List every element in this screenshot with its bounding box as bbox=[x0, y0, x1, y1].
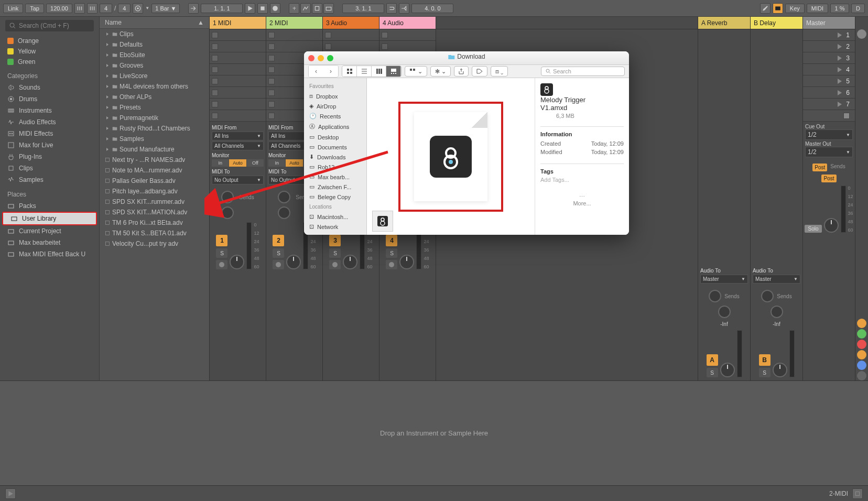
tag-yellow[interactable]: Yellow bbox=[0, 46, 99, 57]
thumbnail[interactable] bbox=[372, 211, 393, 232]
clip-slot[interactable] bbox=[210, 29, 266, 41]
reenable-automation-icon[interactable] bbox=[312, 3, 322, 14]
scene-slot[interactable]: 3 bbox=[803, 52, 855, 64]
audio-to-menu[interactable]: Master▼ bbox=[700, 275, 748, 284]
clip-slot[interactable] bbox=[266, 41, 322, 52]
punch-in-icon[interactable] bbox=[399, 3, 409, 14]
back-button[interactable]: ‹ bbox=[309, 66, 323, 77]
track-header[interactable]: 3 Audio bbox=[323, 17, 379, 29]
column-view-icon[interactable] bbox=[372, 66, 386, 77]
finder-sidebar-item[interactable]: ⒶApplications bbox=[304, 121, 366, 132]
scene-slot[interactable]: 4 bbox=[803, 64, 855, 75]
folder-item[interactable]: Clips bbox=[100, 29, 209, 39]
clip-slot[interactable] bbox=[210, 41, 266, 52]
track-activator-button[interactable]: 2 bbox=[273, 235, 284, 246]
pan-knob[interactable] bbox=[824, 218, 839, 233]
file-item[interactable]: SPD SX KIT...MATION.adv bbox=[100, 207, 209, 217]
folder-item[interactable]: Grooves bbox=[100, 60, 209, 71]
post-button[interactable]: Post bbox=[821, 175, 836, 182]
category-midi-effects[interactable]: MIDI Effects bbox=[0, 128, 99, 139]
record-icon[interactable] bbox=[270, 3, 280, 14]
category-sounds[interactable]: Sounds bbox=[0, 82, 99, 93]
finder-sidebar-item[interactable]: ▭Max bearb... bbox=[304, 172, 366, 182]
track-activator-button[interactable]: 1 bbox=[216, 235, 227, 246]
tags-button[interactable] bbox=[472, 66, 487, 77]
finder-sidebar-item[interactable]: ⊡Network bbox=[304, 222, 366, 232]
more-button[interactable]: ⋯ More... bbox=[540, 193, 624, 206]
pan-knob[interactable] bbox=[399, 255, 414, 269]
clip-slot[interactable] bbox=[323, 29, 379, 41]
zoom-icon[interactable] bbox=[327, 55, 333, 61]
finder-sidebar-item[interactable]: ⧈Dropbox bbox=[304, 91, 366, 101]
monitor-auto-button[interactable]: Auto bbox=[286, 159, 302, 167]
dropbox-menu[interactable]: ⧈ ⌄ bbox=[491, 66, 508, 77]
category-drums[interactable]: Drums bbox=[0, 93, 99, 105]
arm-button[interactable] bbox=[216, 260, 227, 269]
place-packs[interactable]: Packs bbox=[0, 200, 99, 212]
name-column-header[interactable]: Name▲ bbox=[100, 17, 209, 29]
clip-slot[interactable] bbox=[266, 29, 322, 41]
tempo-field[interactable]: 120.00 bbox=[46, 4, 72, 13]
metronome-icon[interactable] bbox=[133, 3, 143, 14]
draw-mode-icon[interactable] bbox=[760, 3, 771, 14]
strip-btn-r[interactable] bbox=[857, 340, 866, 349]
pan-knob[interactable] bbox=[720, 363, 735, 377]
monitor-auto-button[interactable]: Auto bbox=[229, 159, 246, 167]
scene-slot[interactable]: 2 bbox=[803, 41, 855, 52]
solo-button[interactable]: S bbox=[759, 368, 771, 377]
strip-btn-x[interactable] bbox=[857, 371, 866, 380]
folder-item[interactable]: Sound Manufacture bbox=[100, 144, 209, 155]
finder-window[interactable]: Download ‹ › ⌄ ✻ ⌄ ⧈ ⌄ Search Favourites… bbox=[304, 51, 629, 235]
status-play-icon[interactable] bbox=[5, 488, 16, 499]
category-plug-ins[interactable]: Plug-Ins bbox=[0, 151, 99, 162]
file-item[interactable]: TM 50 Kit S...BETA 01.adv bbox=[100, 228, 209, 238]
send-a-knob[interactable] bbox=[709, 290, 721, 302]
finder-sidebar-item[interactable]: ▭Desktop bbox=[304, 132, 366, 142]
master-out-menu[interactable]: 1/2▼ bbox=[805, 147, 853, 157]
scene-slot[interactable]: 7 bbox=[803, 99, 855, 110]
send-b-knob[interactable] bbox=[718, 306, 731, 318]
pan-knob[interactable] bbox=[773, 363, 787, 377]
arrangement-position[interactable]: 1. 1. 1 bbox=[201, 4, 243, 13]
place-max-midi-effect-back-u[interactable]: Max MIDI Effect Back U bbox=[0, 248, 99, 260]
scene-slot[interactable]: 5 bbox=[803, 75, 855, 87]
clip-slot[interactable] bbox=[210, 75, 266, 87]
audio-to-menu[interactable]: Master▼ bbox=[753, 275, 800, 284]
solo-button[interactable]: S bbox=[273, 248, 284, 258]
finder-sidebar-item[interactable]: ▭Documents bbox=[304, 142, 366, 152]
track-header[interactable]: B Delay bbox=[751, 17, 802, 29]
file-preview-icon[interactable] bbox=[414, 112, 487, 201]
loop-length[interactable]: 4. 0. 0 bbox=[411, 4, 453, 13]
track-header[interactable]: 4 Audio bbox=[379, 17, 436, 29]
track-header[interactable]: 2 MIDI bbox=[266, 17, 322, 29]
tap-button[interactable]: Tap bbox=[25, 4, 44, 13]
strip-io-icon[interactable] bbox=[857, 29, 866, 39]
gallery-view-icon[interactable] bbox=[386, 66, 401, 77]
close-icon[interactable] bbox=[308, 55, 314, 61]
forward-button[interactable]: › bbox=[323, 66, 338, 77]
strip-btn-d[interactable] bbox=[857, 361, 866, 370]
place-max-bearbeitet[interactable]: Max bearbeitet bbox=[0, 237, 99, 248]
status-collapse-icon[interactable] bbox=[852, 488, 863, 499]
capture-icon[interactable] bbox=[323, 3, 334, 14]
strip-btn-io[interactable] bbox=[857, 319, 866, 328]
list-view-icon[interactable] bbox=[357, 66, 372, 77]
automation-arm-icon[interactable] bbox=[300, 3, 311, 14]
loop-icon[interactable] bbox=[386, 3, 397, 14]
category-clips[interactable]: Clips bbox=[0, 162, 99, 174]
track-header[interactable]: 1 MIDI bbox=[210, 17, 266, 29]
clip-slot[interactable] bbox=[210, 64, 266, 75]
metronome-arrow-icon[interactable]: ▼ bbox=[145, 6, 149, 10]
track-activator-button[interactable]: 4 bbox=[386, 235, 397, 246]
clip-slot[interactable] bbox=[379, 29, 436, 41]
folder-item[interactable]: EboSuite bbox=[100, 50, 209, 60]
pan-knob[interactable] bbox=[286, 255, 301, 269]
tag-orange[interactable]: Orange bbox=[0, 36, 99, 46]
view-mode-segment[interactable] bbox=[342, 66, 402, 77]
send-a-knob[interactable] bbox=[278, 191, 290, 203]
nudge-up-icon[interactable] bbox=[87, 3, 97, 14]
clip-slot[interactable] bbox=[323, 41, 379, 52]
minimize-icon[interactable] bbox=[318, 55, 324, 61]
share-button[interactable] bbox=[454, 66, 469, 77]
solo-button[interactable]: S bbox=[216, 248, 227, 258]
